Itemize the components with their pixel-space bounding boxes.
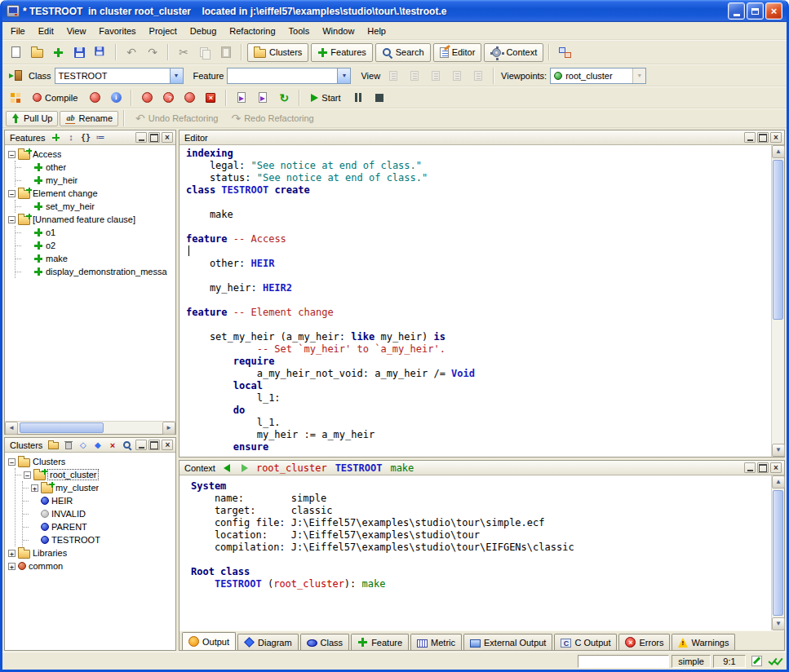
- editor-vscrollbar[interactable]: ▲ ▼: [771, 145, 784, 457]
- collapse-icon[interactable]: −: [24, 471, 31, 479]
- save-all-button[interactable]: [91, 43, 110, 62]
- undo-button[interactable]: ↶: [122, 43, 141, 62]
- melt-button[interactable]: [6, 88, 25, 107]
- toggle-braces-icon[interactable]: {}: [79, 132, 91, 144]
- view-interface-button[interactable]: [468, 66, 488, 85]
- toggle-editor-button[interactable]: Editor: [433, 43, 482, 62]
- menu-project[interactable]: Project: [143, 24, 184, 38]
- view-text-button[interactable]: [383, 66, 403, 85]
- editor-minimize-button[interactable]: [744, 132, 756, 143]
- vscroll-thumb[interactable]: [773, 160, 783, 320]
- clusters-tree[interactable]: −Clusters−root_cluster+my_clusterHEIRINV…: [5, 453, 175, 650]
- pull-up-button[interactable]: Pull Up: [6, 111, 58, 126]
- show-clusters-icon[interactable]: ◆: [91, 440, 104, 451]
- tree-item-my-heir[interactable]: my_heir: [16, 174, 175, 187]
- menu-edit[interactable]: Edit: [32, 24, 60, 38]
- menu-window[interactable]: Window: [316, 24, 361, 38]
- viewpoints-combo[interactable]: root_cluster ▼: [550, 68, 646, 84]
- toggle-context-button[interactable]: Context: [484, 43, 543, 62]
- scroll-right-button[interactable]: ►: [162, 422, 175, 435]
- feature-combo[interactable]: ▼: [227, 68, 351, 84]
- delete-item-icon[interactable]: [62, 440, 74, 451]
- tree-item-heir[interactable]: HEIR: [23, 494, 175, 507]
- clusters-maximize-button[interactable]: [148, 440, 160, 450]
- tree-item-root-cluster[interactable]: −root_cluster: [16, 468, 175, 481]
- tree-item-libraries[interactable]: +Libraries: [8, 546, 175, 559]
- expand-icon[interactable]: +: [8, 563, 16, 570]
- features-close-button[interactable]: ×: [162, 132, 173, 143]
- tree-item-other[interactable]: other: [16, 161, 175, 174]
- tree-item-set-my-heir[interactable]: set_my_heir: [16, 200, 175, 213]
- vscroll-track[interactable]: [772, 158, 784, 444]
- vscroll-track[interactable]: [772, 489, 784, 617]
- features-tree[interactable]: −Accessothermy_heir−Element changeset_my…: [5, 145, 175, 421]
- tab-warnings[interactable]: Warnings: [672, 634, 735, 650]
- expand-icon[interactable]: +: [8, 550, 16, 557]
- undo-refactoring-button[interactable]: ↶ Undo Refactoring: [130, 110, 224, 126]
- redo-refactoring-button[interactable]: ↷ Redo Refactoring: [225, 110, 319, 126]
- tree-item-my-cluster[interactable]: +my_cluster: [23, 481, 175, 494]
- viewpoints-combo-dropdown-button[interactable]: ▼: [632, 69, 645, 83]
- add-cluster-icon[interactable]: [47, 440, 60, 451]
- tree-item-clusters[interactable]: −Clusters: [8, 455, 175, 468]
- tree-item-invalid[interactable]: INVALID: [23, 507, 175, 520]
- history-forward-button[interactable]: [238, 462, 251, 474]
- cancel-compile-button[interactable]: ×: [201, 88, 220, 107]
- tab-feature[interactable]: Feature: [351, 634, 409, 650]
- context-maximize-button[interactable]: [757, 462, 769, 473]
- tree-item-make[interactable]: make: [16, 252, 175, 265]
- start-button[interactable]: Start: [305, 91, 346, 105]
- context-minimize-button[interactable]: [744, 462, 756, 473]
- menu-view[interactable]: View: [60, 24, 93, 38]
- menu-debug[interactable]: Debug: [184, 24, 223, 38]
- tree-item-o1[interactable]: o1: [16, 226, 175, 239]
- tab-errors[interactable]: ×Errors: [618, 634, 670, 650]
- toggle-alias-icon[interactable]: ≔: [94, 132, 106, 144]
- copy-button[interactable]: [195, 43, 215, 62]
- hscroll-thumb[interactable]: [20, 422, 104, 433]
- menu-help[interactable]: Help: [361, 24, 392, 38]
- breadcrumb-testroot[interactable]: TESTROOT: [335, 462, 383, 474]
- open-button[interactable]: [27, 43, 47, 62]
- stop-button[interactable]: [370, 88, 389, 107]
- class-combo[interactable]: TESTROOT ▼: [55, 68, 184, 84]
- new-file-button[interactable]: [6, 43, 25, 62]
- save-button[interactable]: [69, 43, 89, 62]
- features-hscrollbar[interactable]: ◄ ►: [5, 421, 175, 434]
- clusters-minimize-button[interactable]: [135, 440, 147, 450]
- history-back-button[interactable]: [220, 462, 233, 474]
- tree-item-unnamed-feature-clause[interactable]: −[Unnamed feature clause]: [8, 213, 175, 226]
- freeze-button[interactable]: [137, 88, 157, 107]
- tab-metric[interactable]: Metric: [410, 634, 462, 650]
- breadcrumb-root-cluster[interactable]: root_cluster: [256, 462, 327, 474]
- menu-refactoring[interactable]: Refactoring: [223, 24, 281, 38]
- rename-button[interactable]: ab Rename: [60, 111, 118, 126]
- tab-class[interactable]: Class: [300, 634, 350, 650]
- tab-diagram[interactable]: Diagram: [237, 634, 299, 650]
- tree-item-display-demonstration-messa[interactable]: display_demonstration_messa: [16, 265, 175, 278]
- finalize-button[interactable]: [158, 88, 178, 107]
- paste-button[interactable]: [216, 43, 236, 62]
- collapse-icon[interactable]: −: [8, 151, 16, 158]
- editable-state-button[interactable]: [748, 654, 765, 669]
- menu-favorites[interactable]: Favorites: [92, 24, 142, 38]
- view-contract-button[interactable]: [447, 66, 467, 85]
- compile-state-button[interactable]: [767, 654, 783, 669]
- context-vscrollbar[interactable]: ▲ ▼: [771, 475, 784, 630]
- diagram-tool-button[interactable]: [555, 43, 574, 62]
- tree-item-testroot[interactable]: TESTROOT: [23, 533, 175, 546]
- breadcrumb-make[interactable]: make: [390, 462, 414, 474]
- project-info-button[interactable]: i: [106, 88, 126, 107]
- features-minimize-button[interactable]: [135, 132, 147, 143]
- collapse-icon[interactable]: −: [8, 190, 16, 197]
- tab-output[interactable]: Output: [182, 632, 236, 650]
- editor-maximize-button[interactable]: [757, 132, 769, 143]
- send-to-button[interactable]: [6, 66, 25, 85]
- tab-external-output[interactable]: External Output: [463, 634, 552, 650]
- tree-item-access[interactable]: −Access: [8, 148, 175, 161]
- clusters-close-button[interactable]: ×: [162, 440, 173, 450]
- toggle-clusters-button[interactable]: Clusters: [247, 43, 308, 62]
- editor-close-button[interactable]: ×: [770, 132, 782, 143]
- toggle-search-button[interactable]: Search: [375, 43, 431, 62]
- tree-item-element-change[interactable]: −Element change: [8, 187, 175, 200]
